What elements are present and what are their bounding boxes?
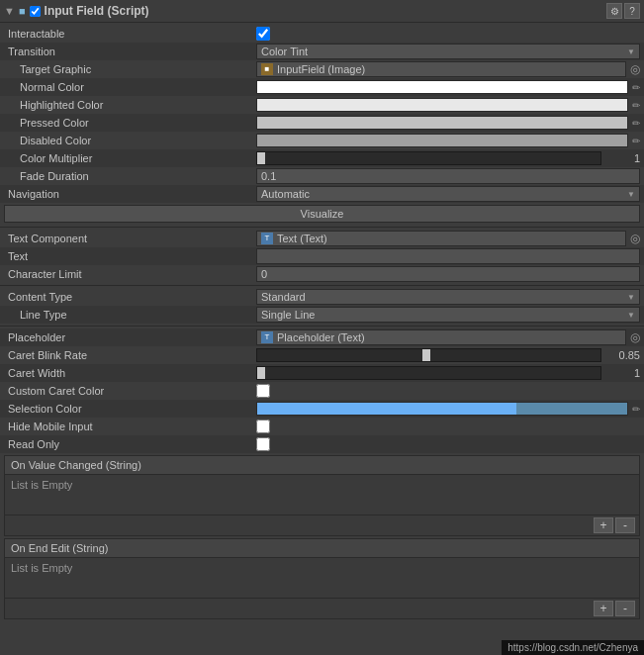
divider-1 xyxy=(0,227,644,228)
line-type-label: Line Type xyxy=(4,309,256,321)
chevron-down-icon: ▼ xyxy=(627,47,635,56)
on-end-edit-add-button[interactable]: + xyxy=(594,601,613,616)
transition-field: Color Tint ▼ xyxy=(256,44,640,59)
on-end-edit-content: List is Empty xyxy=(5,558,639,598)
disabled-color-row: Disabled Color ✏ xyxy=(0,132,644,149)
on-end-edit-empty-label: List is Empty xyxy=(11,562,72,574)
content-type-label: Content Type xyxy=(4,291,256,303)
highlighted-color-label: Highlighted Color xyxy=(4,99,256,111)
line-type-dropdown[interactable]: Single Line ▼ xyxy=(256,307,640,323)
custom-caret-color-checkbox[interactable] xyxy=(256,384,270,398)
color-multiplier-field: 1 xyxy=(256,151,640,165)
fade-duration-input[interactable] xyxy=(256,168,640,184)
selection-color-edit-icon[interactable]: ✏ xyxy=(632,404,640,415)
text-component-label: Text Component xyxy=(4,233,256,244)
content-type-chevron-icon: ▼ xyxy=(627,293,635,302)
highlighted-color-edit-icon[interactable]: ✏ xyxy=(632,100,640,111)
placeholder-object[interactable]: T Placeholder (Text) xyxy=(256,329,626,345)
selection-color-swatch[interactable] xyxy=(256,402,628,416)
text-component-object[interactable]: T Text (Text) xyxy=(256,231,626,246)
transition-dropdown[interactable]: Color Tint ▼ xyxy=(256,44,640,59)
color-multiplier-row: Color Multiplier 1 xyxy=(0,149,644,167)
character-limit-label: Character Limit xyxy=(4,268,256,280)
color-multiplier-label: Color Multiplier xyxy=(4,152,256,164)
caret-blink-rate-slider[interactable] xyxy=(256,348,601,362)
hide-mobile-input-checkbox[interactable] xyxy=(256,420,270,433)
interactable-checkbox[interactable] xyxy=(256,27,270,41)
disabled-color-field: ✏ xyxy=(256,134,640,147)
visualize-button[interactable]: Visualize xyxy=(4,205,640,223)
navigation-dropdown[interactable]: Automatic ▼ xyxy=(256,186,640,202)
pressed-color-row: Pressed Color ✏ xyxy=(0,114,644,132)
on-end-edit-remove-button[interactable]: - xyxy=(615,601,635,616)
interactable-field xyxy=(256,27,640,41)
content-type-row: Content Type Standard ▼ xyxy=(0,288,644,306)
caret-blink-rate-slider-container: 0.85 xyxy=(256,348,640,362)
caret-width-label: Caret Width xyxy=(4,367,256,379)
disabled-color-edit-icon[interactable]: ✏ xyxy=(632,136,640,146)
caret-blink-rate-row: Caret Blink Rate 0.85 xyxy=(0,346,644,364)
placeholder-field: T Placeholder (Text) ◎ xyxy=(256,329,640,345)
pressed-color-edit-icon[interactable]: ✏ xyxy=(632,118,640,129)
line-type-field: Single Line ▼ xyxy=(256,307,640,323)
target-graphic-picker-icon[interactable]: ◎ xyxy=(630,62,640,76)
character-limit-row: Character Limit xyxy=(0,265,644,283)
custom-caret-color-field xyxy=(256,384,640,398)
on-value-changed-empty-label: List is Empty xyxy=(11,479,72,491)
text-label: Text xyxy=(4,250,256,262)
disabled-color-swatch[interactable] xyxy=(256,134,628,147)
text-icon: T xyxy=(261,233,273,244)
pressed-color-field: ✏ xyxy=(256,116,640,130)
text-input[interactable] xyxy=(256,248,640,264)
placeholder-icon: T xyxy=(261,331,273,343)
on-value-changed-remove-button[interactable]: - xyxy=(615,517,635,533)
caret-blink-rate-field: 0.85 xyxy=(256,348,640,362)
text-component-row: Text Component T Text (Text) ◎ xyxy=(0,230,644,247)
on-value-changed-footer: + - xyxy=(5,515,639,535)
placeholder-row: Placeholder T Placeholder (Text) ◎ xyxy=(0,328,644,346)
transition-row: Transition Color Tint ▼ xyxy=(0,43,644,60)
header-actions: ⚙ ? xyxy=(606,3,640,19)
text-component-picker-icon[interactable]: ◎ xyxy=(630,232,640,245)
character-limit-input[interactable] xyxy=(256,266,640,282)
help-button[interactable]: ? xyxy=(624,3,640,19)
divider-3 xyxy=(0,326,644,327)
component-icon: ■ xyxy=(19,5,26,17)
fade-duration-row: Fade Duration xyxy=(0,167,644,185)
hide-mobile-input-field xyxy=(256,420,640,433)
read-only-row: Read Only xyxy=(0,435,644,453)
normal-color-row: Normal Color ✏ xyxy=(0,78,644,96)
text-field xyxy=(256,248,640,264)
normal-color-label: Normal Color xyxy=(4,81,256,93)
placeholder-picker-icon[interactable]: ◎ xyxy=(630,330,640,344)
pressed-color-swatch[interactable] xyxy=(256,116,628,130)
normal-color-edit-icon[interactable]: ✏ xyxy=(632,82,640,93)
caret-width-field: 1 xyxy=(256,366,640,380)
highlighted-color-field: ✏ xyxy=(256,98,640,112)
text-component-field: T Text (Text) ◎ xyxy=(256,231,640,246)
collapse-icon[interactable]: ▼ xyxy=(4,5,15,17)
settings-button[interactable]: ⚙ xyxy=(606,3,622,19)
read-only-checkbox[interactable] xyxy=(256,437,270,451)
pressed-color-label: Pressed Color xyxy=(4,117,256,129)
disabled-color-label: Disabled Color xyxy=(4,135,256,146)
on-value-changed-add-button[interactable]: + xyxy=(594,517,613,533)
color-multiplier-slider[interactable] xyxy=(256,151,601,165)
caret-width-slider[interactable] xyxy=(256,366,601,380)
hide-mobile-input-label: Hide Mobile Input xyxy=(4,421,256,432)
content-type-field: Standard ▼ xyxy=(256,289,640,305)
selection-color-label: Selection Color xyxy=(4,403,256,415)
placeholder-label: Placeholder xyxy=(4,331,256,343)
custom-caret-color-label: Custom Caret Color xyxy=(4,385,256,397)
normal-color-swatch[interactable] xyxy=(256,80,628,94)
normal-color-field: ✏ xyxy=(256,80,640,94)
highlighted-color-swatch[interactable] xyxy=(256,98,628,112)
on-value-changed-section: On Value Changed (String) List is Empty … xyxy=(4,455,640,536)
enabled-checkbox[interactable] xyxy=(30,6,41,17)
content-type-dropdown[interactable]: Standard ▼ xyxy=(256,289,640,305)
target-graphic-object[interactable]: ■ InputField (Image) xyxy=(256,61,626,77)
read-only-field xyxy=(256,437,640,451)
navigation-chevron-icon: ▼ xyxy=(627,190,635,199)
divider-2 xyxy=(0,285,644,286)
interactable-label: Interactable xyxy=(4,28,256,40)
